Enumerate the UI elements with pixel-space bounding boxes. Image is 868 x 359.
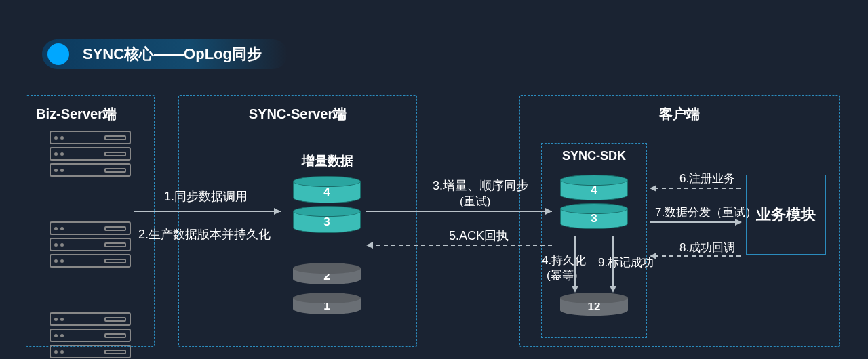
panel-client-title: 客户端	[520, 105, 839, 123]
queue-cylinder-gray: 2	[293, 263, 361, 284]
step-2-label: 2.生产数据版本并持久化	[138, 226, 271, 242]
title-dot-icon	[47, 43, 69, 65]
panel-biz-title: Biz-Server端	[26, 105, 154, 123]
incremental-data-label: 增量数据	[290, 152, 365, 170]
step-3b-label: (重试)	[460, 194, 490, 209]
step-1-label: 1.同步数据调用	[164, 188, 248, 205]
sdk-cylinder-active: 4	[560, 175, 628, 200]
sdk-cylinder-active: 3	[560, 203, 628, 229]
business-module-label: 业务模块	[756, 205, 816, 225]
panel-biz-server: Biz-Server端	[26, 95, 155, 347]
step-4b-label: (幂等)	[547, 268, 577, 283]
diagram-title-pill: SYNC核心——OpLog同步	[42, 39, 288, 69]
business-module-box: 业务模块	[746, 175, 826, 255]
sdk-title: SYNC-SDK	[542, 149, 646, 163]
step-8-label: 8.成功回调	[679, 240, 735, 255]
sdk-cylinder-result: 12	[560, 293, 628, 316]
queue-cylinder-gray: 1	[293, 293, 361, 314]
server-stack	[50, 131, 131, 359]
queue-cylinder-active: 3	[293, 206, 361, 233]
diagram-stage: SYNC核心——OpLog同步 Biz-Server端 SYNC-Server	[0, 0, 868, 359]
diagram-title: SYNC核心——OpLog同步	[83, 44, 262, 64]
server-icon	[50, 131, 131, 180]
server-icon	[50, 221, 131, 270]
queue-cylinder-active: 4	[293, 176, 361, 203]
step-7-label: 7.数据分发（重试）	[655, 205, 757, 220]
step-4a-label: 4.持久化	[542, 253, 586, 268]
panel-sync-title: SYNC-Server端	[179, 105, 416, 123]
step-3a-label: 3.增量、顺序同步	[433, 177, 528, 194]
step-9-label: 9.标记成功	[598, 255, 654, 270]
step-5-label: 5.ACK回执	[449, 228, 509, 244]
step-6-label: 6.注册业务	[679, 171, 735, 186]
server-icon	[50, 312, 131, 359]
